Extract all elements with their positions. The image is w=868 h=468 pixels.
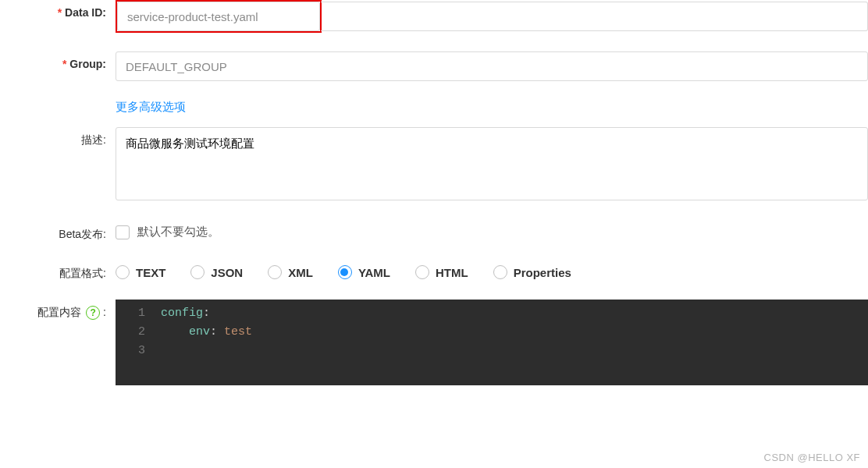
help-icon[interactable]: ? <box>86 306 100 320</box>
radio-circle[interactable] <box>116 265 130 279</box>
row-more-options: 更多高级选项 <box>0 100 868 115</box>
radio-label: HTML <box>436 266 468 279</box>
label-description: 描述: <box>0 127 116 147</box>
more-options-link[interactable]: 更多高级选项 <box>116 100 186 113</box>
description-textarea[interactable]: 商品微服务测试环境配置 <box>116 127 868 200</box>
field-group <box>116 51 868 81</box>
row-data-id: *Data ID: <box>0 0 868 33</box>
label-data-id: *Data ID: <box>0 0 116 19</box>
code-gutter: 123 <box>116 300 153 385</box>
beta-checkbox[interactable] <box>116 225 130 239</box>
radio-circle[interactable] <box>338 265 352 279</box>
row-content: 配置内容 ? : 123 config: env: test <box>0 300 868 385</box>
format-radio-html[interactable]: HTML <box>415 265 468 279</box>
radio-label: TEXT <box>136 266 165 279</box>
radio-label: YAML <box>358 266 390 279</box>
highlight-box <box>116 0 322 33</box>
data-id-input-rest[interactable] <box>321 2 868 31</box>
label-group: *Group: <box>0 51 116 70</box>
code-lines[interactable]: config: env: test <box>153 300 260 385</box>
row-format: 配置格式: TEXTJSONXMLYAMLHTMLProperties <box>0 261 868 281</box>
radio-label: XML <box>288 266 313 279</box>
label-format: 配置格式: <box>0 261 116 281</box>
field-beta: 默认不要勾选。 <box>116 222 868 239</box>
radio-circle[interactable] <box>415 265 429 279</box>
format-radio-xml[interactable]: XML <box>268 265 313 279</box>
format-radio-properties[interactable]: Properties <box>493 265 571 279</box>
radio-circle[interactable] <box>493 265 507 279</box>
config-form: *Data ID: *Group: 更多高级选项 描述: 商品微服务测试环境配置 <box>0 0 868 385</box>
label-content: 配置内容 ? : <box>0 300 116 320</box>
required-marker: * <box>62 58 66 70</box>
row-beta: Beta发布: 默认不要勾选。 <box>0 222 868 242</box>
watermark: CSDN @HELLO XF <box>764 452 861 463</box>
format-radio-text[interactable]: TEXT <box>116 265 165 279</box>
label-beta: Beta发布: <box>0 222 116 242</box>
format-radio-json[interactable]: JSON <box>190 265 243 279</box>
row-description: 描述: 商品微服务测试环境配置 <box>0 127 868 203</box>
format-radio-group: TEXTJSONXMLYAMLHTMLProperties <box>116 261 868 279</box>
code-editor[interactable]: 123 config: env: test <box>116 300 868 385</box>
data-id-input[interactable] <box>117 2 320 31</box>
row-group: *Group: <box>0 51 868 81</box>
field-data-id <box>116 0 868 33</box>
format-radio-yaml[interactable]: YAML <box>338 265 390 279</box>
beta-hint: 默认不要勾选。 <box>137 225 219 239</box>
required-marker: * <box>58 6 62 19</box>
field-description: 商品微服务测试环境配置 <box>116 127 868 203</box>
group-input[interactable] <box>116 51 868 81</box>
radio-label: Properties <box>514 266 571 279</box>
radio-circle[interactable] <box>190 265 205 279</box>
radio-circle[interactable] <box>268 265 282 279</box>
radio-label: JSON <box>211 266 243 279</box>
